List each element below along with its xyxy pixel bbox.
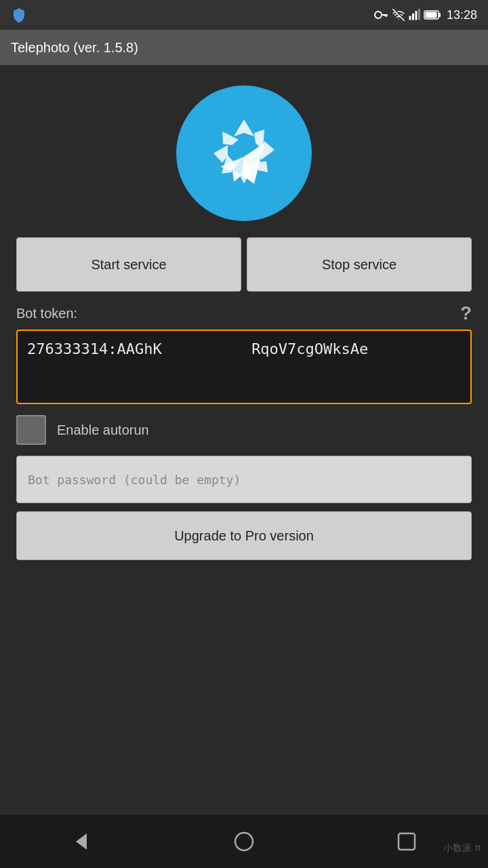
status-bar: 13:28	[0, 0, 488, 30]
wifi-icon	[392, 9, 405, 21]
app-logo	[176, 85, 312, 221]
home-button[interactable]	[224, 821, 264, 862]
status-icons	[374, 9, 441, 21]
status-time: 13:28	[447, 8, 477, 22]
autorun-row: Enable autorun	[16, 415, 472, 445]
svg-rect-10	[425, 12, 436, 18]
key-icon	[374, 9, 389, 20]
svg-rect-3	[384, 14, 385, 16]
svg-rect-9	[439, 13, 441, 17]
autorun-label: Enable autorun	[57, 422, 149, 438]
help-icon[interactable]: ?	[460, 302, 472, 324]
status-right: 13:28	[374, 8, 477, 22]
stop-service-button[interactable]: Stop service	[247, 237, 472, 292]
battery-icon	[424, 9, 441, 20]
svg-rect-5	[412, 14, 414, 20]
svg-point-12	[235, 833, 253, 850]
bot-token-label: Bot token:	[16, 306, 77, 321]
svg-rect-4	[409, 16, 411, 20]
svg-point-0	[375, 12, 382, 18]
logo-svg	[190, 99, 298, 208]
shield-icon	[11, 7, 27, 23]
nav-bar: 小数派 π	[0, 814, 488, 868]
recent-icon	[396, 831, 417, 852]
svg-rect-13	[399, 833, 415, 850]
bot-token-input[interactable]: 276333314:AAGhK RqoV7cgOWksAe	[16, 330, 472, 404]
home-icon	[233, 831, 255, 852]
svg-rect-7	[418, 9, 420, 20]
upgrade-button[interactable]: Upgrade to Pro version	[16, 511, 472, 560]
svg-marker-11	[76, 833, 87, 850]
svg-rect-6	[415, 11, 417, 20]
status-left	[11, 7, 27, 23]
main-content: Start service Stop service Bot token: ? …	[0, 65, 488, 814]
autorun-checkbox[interactable]	[16, 415, 46, 445]
bot-token-label-row: Bot token: ?	[16, 302, 472, 324]
title-bar: Telephoto (ver. 1.5.8)	[0, 30, 488, 65]
password-input[interactable]	[16, 456, 472, 503]
app-title: Telephoto (ver. 1.5.8)	[11, 40, 138, 56]
start-service-button[interactable]: Start service	[16, 237, 241, 292]
signal-icon	[408, 9, 420, 21]
watermark: 小数派 π	[443, 842, 481, 854]
svg-rect-2	[386, 14, 387, 17]
recent-button[interactable]	[386, 821, 427, 862]
buttons-row: Start service Stop service	[16, 237, 472, 292]
logo-container	[176, 85, 312, 221]
back-button[interactable]	[61, 821, 102, 862]
back-icon	[70, 831, 92, 852]
